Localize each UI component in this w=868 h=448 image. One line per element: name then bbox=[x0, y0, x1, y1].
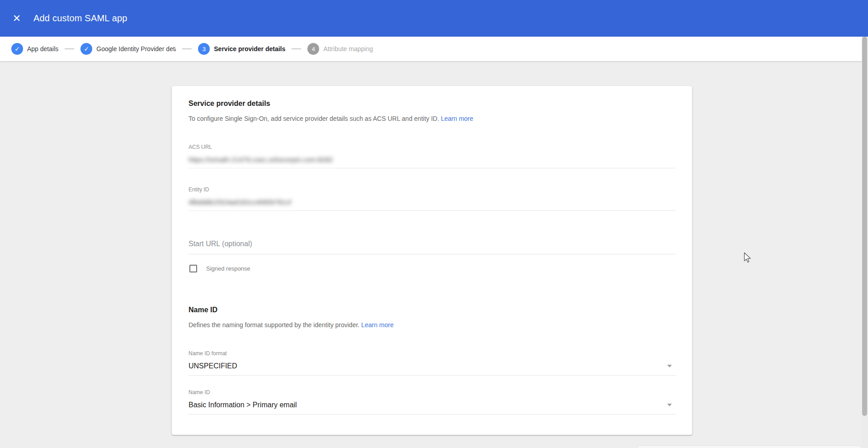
dialog-header: ✕ Add custom SAML app bbox=[0, 0, 868, 37]
step-number-badge: 3 bbox=[198, 43, 210, 55]
service-provider-details-card: Service provider details To configure Si… bbox=[172, 86, 692, 435]
signed-response-label: Signed response bbox=[206, 265, 250, 272]
name-id-label: Name ID bbox=[189, 389, 675, 396]
dialog-title: Add custom SAML app bbox=[33, 13, 127, 24]
acs-url-field[interactable]: https://srinath-21479.csez.zohocorpin.co… bbox=[189, 156, 675, 168]
step-complete-icon: ✓ bbox=[11, 43, 23, 55]
step-connector bbox=[182, 48, 192, 49]
section-heading-name-id: Name ID bbox=[189, 273, 675, 314]
acs-url-label: ACS URL bbox=[189, 144, 675, 150]
name-id-select[interactable]: Basic Information > Primary email bbox=[189, 401, 675, 415]
step-label: Service provider details bbox=[214, 45, 285, 52]
step-label: App details bbox=[27, 45, 58, 52]
name-id-format-select[interactable]: UNSPECIFIED bbox=[189, 362, 675, 376]
check-icon: ✓ bbox=[84, 46, 89, 52]
chevron-down-icon bbox=[667, 404, 672, 406]
acs-url-value-redacted: https://srinath-21479.csez.zohocorpin.co… bbox=[189, 156, 333, 163]
signed-response-row: Signed response bbox=[189, 263, 675, 273]
step-complete-icon: ✓ bbox=[80, 43, 92, 55]
entity-id-label: Entity ID bbox=[189, 186, 675, 193]
learn-more-link[interactable]: Learn more bbox=[441, 115, 473, 122]
step-number-badge: 4 bbox=[307, 43, 319, 55]
step-label: Attribute mapping bbox=[323, 45, 373, 52]
entity-id-value-redacted: 4fbdddb1f324ad182cc49959781cf bbox=[189, 198, 291, 206]
step-label: Google Identity Provider details bbox=[96, 45, 176, 52]
check-icon: ✓ bbox=[14, 46, 20, 52]
learn-more-link[interactable]: Learn more bbox=[361, 321, 394, 329]
mouse-cursor-icon bbox=[744, 252, 752, 266]
step-google-idp-details[interactable]: ✓ Google Identity Provider details bbox=[80, 43, 176, 55]
step-connector bbox=[65, 48, 74, 49]
section-description: To configure Single Sign-On, add service… bbox=[189, 115, 675, 122]
scrollbar-track[interactable] bbox=[862, 37, 868, 448]
chevron-down-icon bbox=[667, 365, 672, 367]
signed-response-checkbox[interactable] bbox=[189, 265, 197, 272]
section-heading-service-provider: Service provider details bbox=[189, 86, 675, 108]
start-url-placeholder: Start URL (optional) bbox=[189, 240, 252, 248]
section-description: Defines the naming format supported by t… bbox=[189, 321, 675, 329]
entity-id-field[interactable]: 4fbdddb1f324ad182cc49959781cf bbox=[189, 198, 675, 211]
scrollbar-thumb[interactable] bbox=[862, 37, 867, 416]
step-service-provider-details[interactable]: 3 Service provider details bbox=[198, 43, 285, 55]
description-text: Defines the naming format supported by t… bbox=[189, 321, 359, 329]
footer-bar-edge bbox=[637, 445, 862, 448]
name-id-format-value: UNSPECIFIED bbox=[189, 362, 237, 370]
start-url-field[interactable]: Start URL (optional) bbox=[189, 240, 675, 254]
step-connector bbox=[292, 48, 301, 49]
name-id-value: Basic Information > Primary email bbox=[189, 401, 297, 409]
close-icon[interactable]: ✕ bbox=[8, 10, 26, 28]
step-app-details[interactable]: ✓ App details bbox=[11, 43, 58, 55]
wizard-stepper: ✓ App details ✓ Google Identity Provider… bbox=[0, 37, 868, 61]
name-id-format-label: Name ID format bbox=[189, 350, 675, 357]
step-attribute-mapping[interactable]: 4 Attribute mapping bbox=[307, 43, 373, 55]
description-text: To configure Single Sign-On, add service… bbox=[189, 115, 439, 122]
